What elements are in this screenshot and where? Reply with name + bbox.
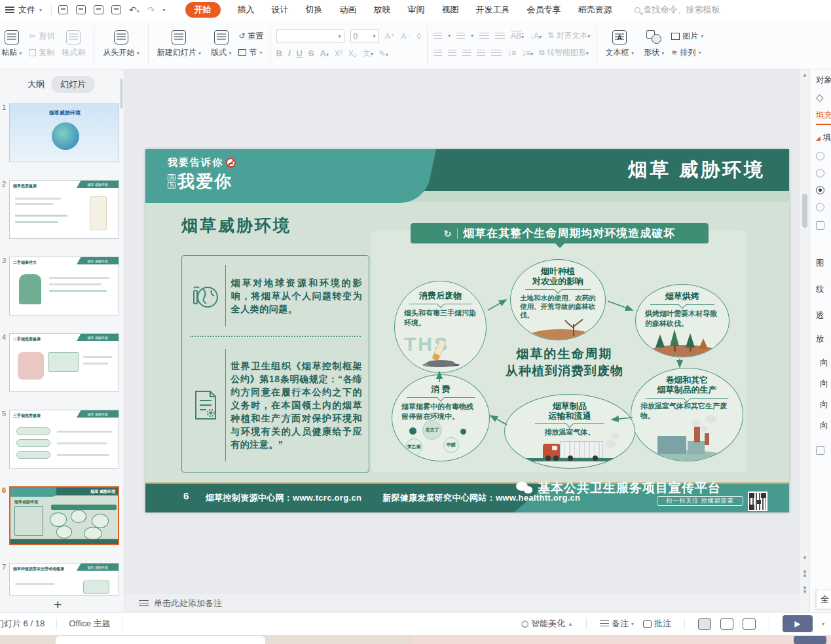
tab-animation[interactable]: 动画 [340, 4, 357, 16]
subscript-button[interactable]: X₂ [348, 49, 357, 58]
print-icon[interactable] [94, 5, 103, 14]
picture-button[interactable]: 图片 ▾ [671, 31, 703, 42]
font-size-combobox[interactable]: 0▾ [350, 29, 379, 43]
normal-view-button[interactable] [698, 618, 711, 630]
numbered-list-button[interactable] [456, 33, 465, 39]
corner-tooltip[interactable]: 全 [816, 590, 831, 609]
scroll-up-icon[interactable]: ▲ [800, 72, 809, 78]
highlight-button[interactable]: ✎▾ [379, 49, 388, 58]
layout-button[interactable]: 版式 ▾ [208, 29, 234, 60]
export-icon[interactable] [76, 5, 86, 14]
arrange-button[interactable]: ≋排列 ▾ [671, 47, 703, 58]
theme-name[interactable]: Office 主题 [69, 618, 110, 630]
notes-button[interactable]: 备注 ▾ [600, 618, 634, 630]
tab-view[interactable]: 视图 [442, 4, 459, 16]
reading-view-button[interactable] [743, 618, 756, 630]
slide-thumbnail-3[interactable]: 烟草 威胁环境 二手烟毒性大 [9, 257, 119, 315]
cut-button[interactable]: ✂剪切 [29, 31, 54, 42]
panel-row-texture[interactable]: 纹 [816, 284, 824, 295]
font-family-combobox[interactable]: ▾ [276, 29, 344, 43]
underline-button[interactable]: U [297, 48, 303, 58]
slide-thumbnail-4[interactable]: 烟草 威胁环境 二手烟危害健康 [9, 333, 119, 392]
slide-thumbnail-1[interactable]: 烟草威胁环境 [9, 103, 119, 162]
panel-row-offset[interactable]: 向 [816, 420, 828, 431]
fill-option-checkbox[interactable] [816, 221, 824, 230]
canvas-scrollbar[interactable]: ▲ ▼ ▲▲ ▼▼ [800, 69, 809, 612]
font-color-button[interactable]: A▾ [320, 48, 329, 58]
bullet-list-button[interactable] [434, 33, 442, 39]
tab-insert[interactable]: 插入 [238, 4, 255, 16]
distribute-button[interactable] [491, 50, 502, 56]
panel-row-offset[interactable]: 向 [816, 357, 828, 368]
panel-checkbox[interactable] [816, 446, 824, 455]
align-center-button[interactable] [448, 50, 456, 56]
new-slide-button[interactable]: 新建幻灯片 ▾ [155, 29, 204, 60]
increase-indent-button[interactable] [495, 33, 505, 39]
pinyin-button[interactable]: 文▾ [363, 48, 373, 59]
vertical-text-button[interactable]: ↓A▾ [530, 31, 542, 41]
panel-row-transparency[interactable]: 透 [816, 310, 824, 321]
panel-row-offset[interactable]: 向 [816, 399, 828, 410]
file-menu[interactable]: 文件 [18, 4, 35, 16]
tab-member[interactable]: 会员专享 [527, 4, 561, 16]
save-icon[interactable] [58, 5, 68, 14]
tab-devtools[interactable]: 开发工具 [476, 4, 510, 16]
tab-slideshow[interactable]: 放映 [374, 4, 391, 16]
tab-slides[interactable]: 幻灯片 [51, 76, 95, 93]
panel-row-placement[interactable]: 放 [816, 334, 824, 345]
hamburger-icon[interactable] [5, 7, 14, 13]
slideshow-play-button[interactable]: ▶ [783, 615, 813, 632]
slide-thumbnail-2[interactable]: 烟草 威胁环境 烟草危害健康 [9, 180, 119, 239]
comments-button[interactable]: 批注 [643, 618, 671, 630]
tab-transition[interactable]: 切换 [306, 4, 323, 16]
section-button[interactable]: 节 ▾ [238, 47, 263, 58]
align-left-button[interactable] [434, 50, 442, 56]
fill-option-radio[interactable] [816, 169, 824, 177]
print-preview-icon[interactable] [111, 5, 121, 14]
justify-button[interactable] [477, 50, 485, 56]
notes-bar[interactable]: 单击此处添加备注 [124, 594, 800, 612]
fill-option-radio[interactable] [816, 152, 824, 160]
tab-review[interactable]: 审阅 [408, 4, 425, 16]
next-slide-button[interactable]: ▼▼ [800, 586, 809, 594]
slide-thumbnail-5[interactable]: 烟草 威胁环境 三手烟危害健康 [9, 410, 119, 469]
fill-section-header[interactable]: ◢ 填充 [816, 132, 831, 143]
add-slide-button[interactable]: + [54, 597, 62, 612]
tab-design[interactable]: 设计 [272, 4, 289, 16]
paste-button[interactable]: 粘贴 ▾ [0, 29, 24, 60]
bold-button[interactable]: B [276, 48, 282, 58]
line-spacing-button[interactable]: ↕≡ [508, 48, 516, 58]
decrease-indent-button[interactable] [479, 33, 489, 39]
decrease-font-button[interactable]: A⁻ [401, 31, 411, 41]
fill-option-radio[interactable] [816, 203, 824, 211]
reset-button[interactable]: ↺重置 [238, 31, 263, 42]
slide-thumbnail-6-selected[interactable]: 烟草 威胁环境 烟草威胁环境 [9, 486, 119, 545]
slide-sorter-view-button[interactable] [720, 618, 733, 630]
scroll-down-icon[interactable]: ▼ [800, 555, 809, 561]
clear-format-button[interactable]: ◊ [417, 31, 421, 41]
panel-row-offset[interactable]: 向 [816, 378, 828, 389]
play-options-icon[interactable]: ▾ [822, 621, 824, 627]
previous-slide-button[interactable]: ▲▲ [800, 569, 809, 577]
smart-beautify-button[interactable]: ⬡智能美化 ▲ [521, 618, 573, 630]
slide-canvas[interactable]: 我要告诉你 因为 我爱你 烟草 威胁环境 烟草威胁环境 烟草对地球资源和环境的影… [145, 149, 789, 512]
format-painter-button[interactable]: 格式刷 [59, 29, 88, 60]
tab-home[interactable]: 开始 [185, 2, 221, 18]
redo-icon[interactable]: ↷ [147, 5, 155, 15]
undo-icon[interactable]: ↶▾ [129, 5, 139, 15]
text-direction-button[interactable]: AB▾ [511, 31, 524, 41]
fill-tab[interactable]: 填充 [816, 110, 831, 125]
align-text-button[interactable]: ⇅ 对齐文本▾ [547, 30, 590, 41]
tab-templates[interactable]: 稻壳资源 [578, 4, 612, 16]
superscript-button[interactable]: X² [335, 49, 342, 58]
shapes-button[interactable]: 形状 ▾ [641, 29, 667, 60]
ribbon-collapse-icon[interactable]: ▾ [163, 7, 166, 13]
scrollbar-thumb[interactable] [802, 194, 807, 228]
text-box-button[interactable]: A 文本框 ▾ [603, 29, 637, 60]
fill-option-radio-selected[interactable] [816, 186, 824, 194]
increase-font-button[interactable]: A⁺ [385, 31, 396, 41]
copy-button[interactable]: 复制 [29, 47, 54, 58]
search-box[interactable]: 查找命令、搜索模板 [635, 4, 720, 16]
slide-thumbnail-7[interactable]: 烟草 威胁环境 烟草种植损害农业劳动者健康 [9, 563, 119, 596]
align-right-button[interactable] [462, 50, 471, 56]
